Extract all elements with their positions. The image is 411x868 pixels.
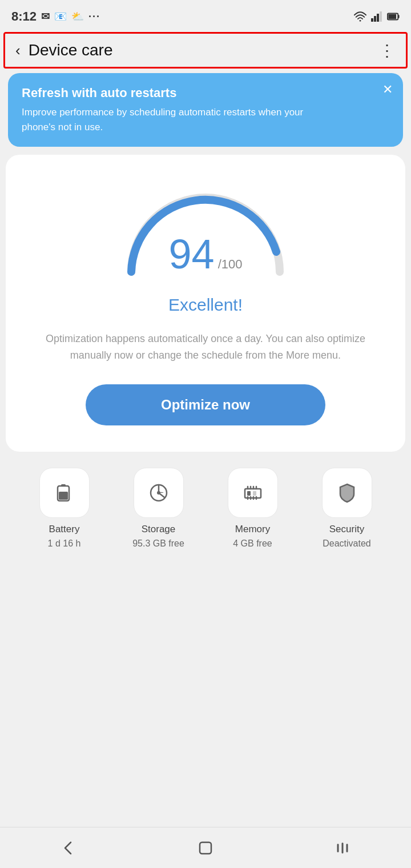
storage-label: Storage <box>142 524 176 535</box>
status-bar: 8:12 ✉ 📧 ⛅ ··· <box>0 0 411 30</box>
svg-rect-3 <box>377 14 379 22</box>
nav-bar <box>0 827 411 868</box>
storage-icon <box>147 481 170 504</box>
battery-value: 1 d 16 h <box>48 539 81 549</box>
more-options-button[interactable]: ⋮ <box>379 41 396 60</box>
svg-rect-24 <box>200 842 211 854</box>
banner-close-button[interactable]: ✕ <box>382 82 393 97</box>
storage-item[interactable]: Storage 95.3 GB free <box>111 468 206 549</box>
status-time: 8:12 <box>11 9 37 24</box>
memory-icon <box>241 481 264 504</box>
svg-rect-7 <box>388 14 396 19</box>
status-left: 8:12 ✉ 📧 ⛅ ··· <box>11 9 100 24</box>
svg-rect-6 <box>398 15 399 18</box>
battery-icon <box>53 481 76 504</box>
nav-home-button[interactable] <box>183 834 228 862</box>
memory-value: 4 GB free <box>233 539 272 549</box>
optimize-now-button[interactable]: Optimize now <box>86 384 325 425</box>
banner-description: Improve performance by scheduling automa… <box>22 105 334 134</box>
nav-back-button[interactable] <box>46 834 91 862</box>
battery-label: Battery <box>49 524 80 535</box>
storage-value: 95.3 GB free <box>132 539 184 549</box>
main-score-card: 94 /100 Excellent! Optimization happens … <box>6 155 405 452</box>
svg-rect-9 <box>61 484 66 487</box>
memory-icon-box <box>228 468 278 518</box>
weather-icon: ⛅ <box>71 10 84 23</box>
score-gauge: 94 /100 <box>114 178 297 280</box>
svg-rect-23 <box>253 491 256 496</box>
app-bar: ‹ Device care ⋮ <box>3 32 408 69</box>
score-label: Excellent! <box>168 295 243 315</box>
page-title: Device care <box>29 41 113 59</box>
app-bar-left: ‹ Device care <box>15 41 113 59</box>
signal-icon <box>371 11 382 22</box>
nav-back-icon <box>59 839 78 857</box>
svg-rect-1 <box>371 18 373 22</box>
memory-label: Memory <box>235 524 270 535</box>
security-icon <box>336 481 358 504</box>
security-item[interactable]: Security Deactivated <box>300 468 394 549</box>
back-button[interactable]: ‹ <box>15 42 21 59</box>
memory-item[interactable]: Memory 4 GB free <box>206 468 300 549</box>
status-right <box>354 11 400 22</box>
auto-restart-banner: Refresh with auto restarts Improve perfo… <box>8 73 403 147</box>
svg-rect-2 <box>374 16 376 22</box>
battery-icon-box <box>39 468 90 518</box>
banner-title: Refresh with auto restarts <box>22 86 389 101</box>
wifi-icon <box>354 11 366 22</box>
message-icon: ✉ <box>41 10 50 23</box>
security-value: Deactivated <box>323 539 371 549</box>
battery-status-icon <box>387 11 400 22</box>
battery-item[interactable]: Battery 1 d 16 h <box>17 468 111 549</box>
svg-rect-4 <box>380 11 382 22</box>
score-display: 94 /100 <box>169 234 243 275</box>
mail-icon: 📧 <box>54 10 67 23</box>
svg-point-0 <box>360 20 361 22</box>
nav-recents-icon <box>333 839 352 857</box>
svg-rect-22 <box>247 491 251 496</box>
storage-icon-box <box>134 468 184 518</box>
svg-rect-10 <box>59 492 68 500</box>
score-total: /100 <box>218 257 243 272</box>
nav-recents-button[interactable] <box>320 834 365 862</box>
security-label: Security <box>329 524 364 535</box>
svg-point-12 <box>157 491 160 495</box>
nav-home-icon <box>196 839 215 857</box>
security-icon-box <box>322 468 372 518</box>
bottom-icons-section: Battery 1 d 16 h Storage 95.3 GB free <box>6 452 405 560</box>
score-number: 94 <box>169 234 215 275</box>
more-dots-icon: ··· <box>88 11 100 23</box>
hint-text: Optimization happens automatically once … <box>29 331 382 364</box>
